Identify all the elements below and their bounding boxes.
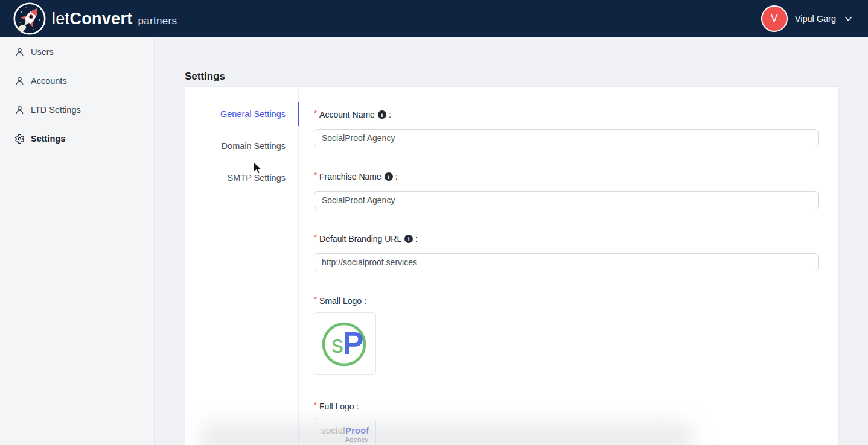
sidebar-item-users[interactable]: Users (0, 37, 154, 66)
active-tab-indicator (298, 102, 299, 126)
rocket-logo-icon (13, 2, 46, 35)
info-icon[interactable]: i (404, 235, 413, 243)
required-mark: * (314, 108, 317, 119)
sidebar-item-label: LTD Settings (31, 105, 81, 115)
brand-name-partners: partners (138, 15, 177, 27)
required-mark: * (314, 170, 317, 181)
general-settings-form: * Account Name i : * Franchise Name i : (299, 87, 838, 445)
required-mark: * (314, 294, 317, 305)
field-label: * Account Name i : (314, 108, 819, 121)
main-content: Settings General Settings Domain Setting… (155, 37, 868, 445)
label-colon: : (364, 296, 366, 306)
tab-label: Domain Settings (222, 141, 286, 151)
user-icon (14, 76, 25, 86)
info-icon[interactable]: i (378, 110, 386, 119)
full-logo-image: socialProof (321, 426, 369, 435)
form-item-franchise-name: * Franchise Name i : (314, 170, 819, 209)
franchise-name-input[interactable] (314, 191, 819, 209)
label-colon: : (395, 172, 398, 181)
field-label-text: Account Name (319, 110, 375, 119)
brand-name-convert: Convert (69, 10, 132, 28)
label-colon: : (415, 234, 418, 244)
field-label-text: Small Logo (319, 296, 362, 306)
form-item-full-logo: * Full Logo : socialProof Agency (314, 400, 819, 445)
sidebar-item-label: Accounts (31, 76, 67, 86)
tab-label: SMTP Settings (228, 173, 286, 183)
top-navbar: letConvert partners V Vipul Garg (0, 0, 868, 37)
form-item-account-name: * Account Name i : (314, 108, 819, 147)
default-branding-url-input[interactable] (314, 253, 819, 271)
field-label: * Franchise Name i : (314, 170, 819, 183)
sidebar-item-settings[interactable]: Settings (0, 124, 154, 153)
sidebar-item-label: Users (31, 47, 54, 57)
field-label-text: Default Branding URL (319, 234, 401, 244)
svg-text:s: s (331, 331, 343, 358)
required-mark: * (314, 400, 317, 411)
field-label-text: Full Logo (319, 402, 354, 411)
brand-name-let: let (52, 10, 69, 28)
tab-general-settings[interactable]: General Settings (185, 102, 298, 126)
user-name: Vipul Garg (795, 14, 836, 24)
tab-domain-settings[interactable]: Domain Settings (185, 134, 298, 158)
sidebar-item-accounts[interactable]: Accounts (0, 66, 154, 95)
full-logo-preview[interactable]: socialProof Agency (314, 418, 376, 445)
settings-card: General Settings Domain Settings SMTP Se… (185, 86, 839, 445)
form-item-small-logo: * Small Logo : s P (314, 294, 819, 375)
sidebar-item-ltd-settings[interactable]: LTD Settings (0, 95, 154, 124)
user-icon (14, 105, 25, 115)
user-avatar[interactable]: V (761, 5, 788, 32)
full-logo-proof-text: Proof (345, 425, 369, 435)
field-label: * Full Logo : (314, 400, 819, 413)
tab-label: General Settings (220, 109, 286, 119)
full-logo-social-text: social (321, 425, 345, 435)
user-icon (14, 47, 25, 57)
tab-smtp-settings[interactable]: SMTP Settings (185, 166, 298, 190)
label-colon: : (389, 110, 391, 119)
label-colon: : (357, 402, 359, 411)
account-name-input[interactable] (314, 129, 819, 147)
small-logo-image: s P (319, 317, 372, 370)
form-item-default-branding-url: * Default Branding URL i : (314, 232, 819, 271)
field-label: * Default Branding URL i : (314, 232, 819, 245)
info-icon[interactable]: i (385, 172, 393, 181)
user-menu[interactable]: V Vipul Garg (761, 0, 852, 37)
field-label-text: Franchise Name (319, 172, 381, 181)
brand-name: letConvert partners (52, 10, 177, 28)
full-logo-agency-text: Agency (314, 436, 375, 443)
sidebar: Users Accounts LTD Settings Settings (0, 37, 155, 445)
settings-tabs: General Settings Domain Settings SMTP Se… (185, 87, 299, 445)
svg-text:P: P (343, 326, 364, 361)
small-logo-preview[interactable]: s P (314, 312, 376, 375)
page-title: Settings (185, 70, 868, 83)
sidebar-item-label: Settings (31, 134, 65, 144)
brand[interactable]: letConvert partners (0, 2, 177, 35)
chevron-down-icon (844, 16, 852, 22)
gear-icon (14, 134, 25, 144)
required-mark: * (314, 232, 317, 243)
field-label: * Small Logo : (314, 294, 819, 308)
